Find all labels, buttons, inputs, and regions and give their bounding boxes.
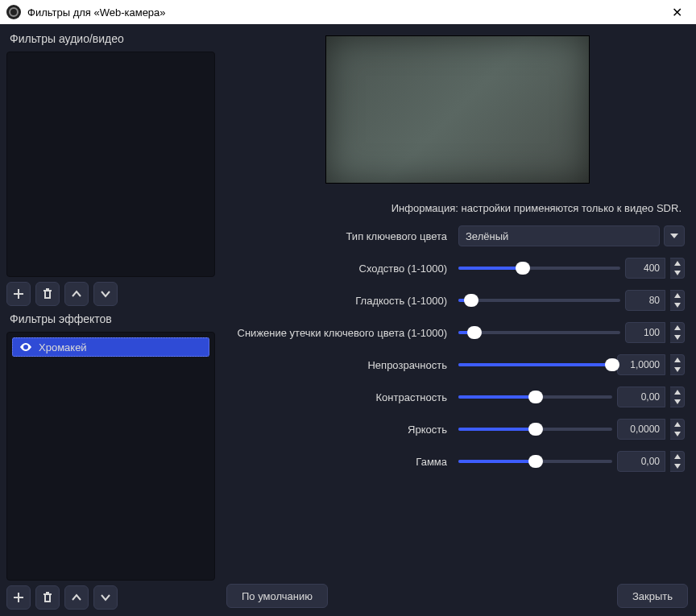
spin-buttons[interactable] bbox=[670, 419, 685, 440]
left-panel: Фильтры аудио/видео Фильтры эффектов Хро… bbox=[0, 24, 222, 616]
slider[interactable] bbox=[458, 363, 612, 366]
setting-row: Яркость0,0000 bbox=[226, 419, 685, 440]
setting-row: Снижение утечки ключевого цвета (1-1000)… bbox=[226, 322, 685, 343]
spin-up-icon[interactable] bbox=[670, 291, 684, 300]
av-move-up-button[interactable] bbox=[64, 282, 89, 306]
spin-buttons[interactable] bbox=[670, 354, 685, 375]
setting-row: Контрастность0,00 bbox=[226, 387, 685, 407]
av-delete-button[interactable] bbox=[35, 282, 60, 306]
value-input[interactable]: 100 bbox=[625, 322, 665, 343]
value-input[interactable]: 80 bbox=[625, 290, 665, 311]
setting-label: Гамма bbox=[226, 456, 452, 468]
titlebar: Фильтры для «Web-камера» ✕ bbox=[0, 0, 696, 24]
window-title: Фильтры для «Web-камера» bbox=[27, 6, 661, 19]
spin-buttons[interactable] bbox=[670, 322, 685, 343]
right-panel: Информация: настройки применяются только… bbox=[222, 24, 696, 616]
value-input[interactable]: 0,0000 bbox=[617, 419, 665, 440]
spin-up-icon[interactable] bbox=[670, 387, 684, 397]
slider-thumb[interactable] bbox=[464, 294, 478, 307]
row-key-color-type: Тип ключевого цвета Зелёный bbox=[226, 225, 685, 246]
video-preview bbox=[325, 35, 590, 184]
spin-up-icon[interactable] bbox=[670, 258, 684, 268]
av-add-button[interactable] bbox=[6, 282, 31, 306]
slider[interactable] bbox=[458, 395, 612, 399]
spin-buttons[interactable] bbox=[670, 387, 685, 407]
setting-row: Сходство (1-1000)400 bbox=[226, 258, 685, 279]
spin-down-icon[interactable] bbox=[670, 268, 684, 278]
setting-label: Сходство (1-1000) bbox=[226, 263, 452, 275]
slider-thumb[interactable] bbox=[528, 423, 543, 436]
spin-up-icon[interactable] bbox=[670, 452, 684, 461]
value-input[interactable]: 0,00 bbox=[617, 451, 665, 472]
value-input[interactable]: 400 bbox=[625, 258, 665, 279]
setting-label: Яркость bbox=[226, 424, 452, 436]
fx-filters-list[interactable]: Хромакей bbox=[6, 332, 215, 581]
key-type-dropdown[interactable]: Зелёный bbox=[458, 225, 660, 246]
setting-label: Контрастность bbox=[226, 391, 452, 403]
slider-thumb[interactable] bbox=[528, 455, 543, 468]
slider-thumb[interactable] bbox=[605, 358, 619, 371]
window-body: Фильтры аудио/видео Фильтры эффектов Хро… bbox=[0, 24, 696, 616]
spin-up-icon[interactable] bbox=[670, 420, 684, 429]
fx-add-button[interactable] bbox=[6, 585, 31, 610]
fx-toolbar bbox=[6, 585, 215, 610]
av-toolbar bbox=[6, 282, 215, 306]
spin-buttons[interactable] bbox=[670, 258, 685, 279]
footer: По умолчанию Закрыть bbox=[226, 577, 688, 608]
obs-logo-icon bbox=[6, 5, 21, 19]
av-filters-label: Фильтры аудио/видео bbox=[6, 31, 215, 47]
slider-thumb[interactable] bbox=[516, 262, 530, 275]
filter-item-label: Хромакей bbox=[39, 341, 87, 353]
key-type-label: Тип ключевого цвета bbox=[226, 230, 452, 242]
setting-label: Гладкость (1-1000) bbox=[226, 295, 452, 307]
spin-down-icon[interactable] bbox=[670, 333, 684, 342]
setting-label: Непрозрачность bbox=[226, 359, 452, 371]
spin-down-icon[interactable] bbox=[670, 397, 684, 407]
slider[interactable] bbox=[458, 331, 620, 334]
value-input[interactable]: 1,0000 bbox=[617, 354, 665, 375]
filter-item-chromakey[interactable]: Хромакей bbox=[12, 337, 209, 357]
key-type-dropdown-arrow[interactable] bbox=[664, 225, 685, 246]
slider[interactable] bbox=[458, 428, 612, 431]
fx-filters-label: Фильтры эффектов bbox=[6, 311, 215, 327]
spin-down-icon[interactable] bbox=[670, 300, 684, 310]
setting-label: Снижение утечки ключевого цвета (1-1000) bbox=[226, 327, 452, 339]
close-window-button[interactable]: ✕ bbox=[661, 0, 693, 24]
value-input[interactable]: 0,00 bbox=[617, 387, 665, 407]
slider[interactable] bbox=[458, 299, 620, 302]
av-move-down-button[interactable] bbox=[93, 282, 118, 306]
key-type-value: Зелёный bbox=[466, 230, 508, 242]
slider[interactable] bbox=[458, 267, 620, 270]
fx-move-up-button[interactable] bbox=[64, 585, 89, 610]
fx-move-down-button[interactable] bbox=[93, 585, 118, 610]
settings-area: Информация: настройки применяются только… bbox=[226, 196, 688, 577]
spin-down-icon[interactable] bbox=[670, 365, 684, 374]
defaults-button[interactable]: По умолчанию bbox=[226, 584, 328, 608]
spin-buttons[interactable] bbox=[670, 451, 685, 472]
spin-down-icon[interactable] bbox=[670, 429, 684, 439]
slider-thumb[interactable] bbox=[467, 326, 482, 339]
av-filters-list[interactable] bbox=[6, 52, 215, 277]
info-text: Информация: настройки применяются только… bbox=[387, 201, 682, 216]
close-button[interactable]: Закрыть bbox=[617, 584, 688, 608]
setting-row: Гамма0,00 bbox=[226, 451, 685, 472]
setting-row: Непрозрачность1,0000 bbox=[226, 354, 685, 375]
spin-up-icon[interactable] bbox=[670, 323, 684, 333]
visibility-icon[interactable] bbox=[19, 341, 32, 353]
slider-thumb[interactable] bbox=[528, 391, 543, 403]
spin-down-icon[interactable] bbox=[670, 461, 684, 471]
spin-buttons[interactable] bbox=[670, 290, 685, 311]
preview-area bbox=[226, 31, 688, 188]
fx-delete-button[interactable] bbox=[35, 585, 60, 610]
slider[interactable] bbox=[458, 460, 612, 463]
spin-up-icon[interactable] bbox=[670, 355, 684, 365]
setting-row: Гладкость (1-1000)80 bbox=[226, 290, 685, 311]
